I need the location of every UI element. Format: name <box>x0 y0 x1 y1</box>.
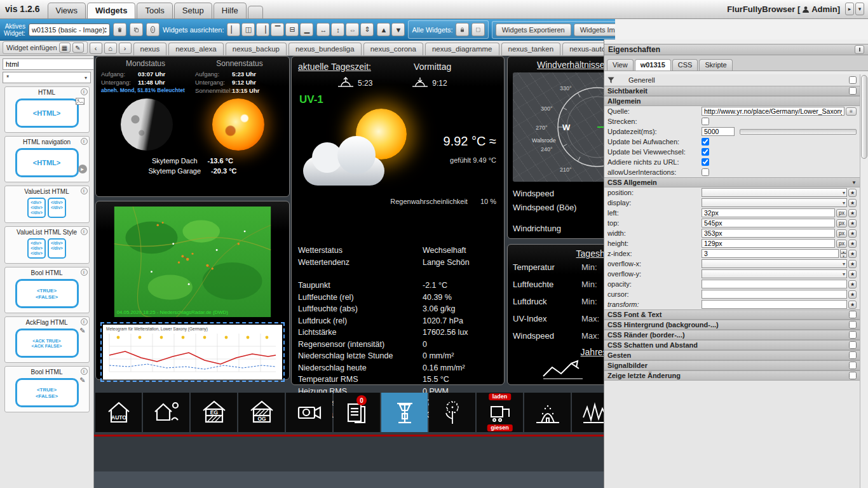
view-tab-nexus-alexa[interactable]: nexus_alexa <box>168 43 224 55</box>
widget-info-button[interactable]: i <box>146 23 159 36</box>
field-default-button[interactable]: ★ <box>848 270 857 278</box>
zindex-input[interactable] <box>702 249 839 258</box>
field-default-button[interactable]: ★ <box>848 189 857 197</box>
width-input[interactable] <box>702 229 835 238</box>
insert-widget-button[interactable]: ▦ <box>59 43 71 53</box>
meteogram-widget-selected[interactable]: Meteogram für Wetterstation, Lower Saxon… <box>103 325 282 379</box>
tile-home-garden[interactable] <box>143 393 189 432</box>
section-checkbox[interactable] <box>849 372 857 379</box>
properties-scrollbar[interactable] <box>860 74 868 488</box>
info-icon[interactable]: i <box>81 187 88 194</box>
next-view-button[interactable]: › <box>119 43 132 54</box>
tab-skripte[interactable]: Skripte <box>699 59 732 71</box>
field-default-button[interactable]: ★ <box>848 209 857 217</box>
unit-button[interactable]: px <box>836 209 847 217</box>
field-default-button[interactable]: ★ <box>848 199 857 207</box>
section-css-background[interactable]: CSS Hintergrund (background-...) <box>604 320 860 330</box>
section-css-common[interactable]: CSS Allgemein ▼ <box>604 177 860 187</box>
view-tab-nexus-bundesliga[interactable]: nexus_bundesliga <box>288 43 362 55</box>
widget-card-ackflag-html[interactable]: AckFlag HTML i ✎ <ACK TRUE><ACK FALSE> <box>4 316 90 363</box>
same-width-button[interactable]: ⇔ <box>346 23 359 36</box>
info-icon[interactable]: i <box>81 138 88 145</box>
align-top-button[interactable]: ▔ <box>271 23 284 36</box>
info-icon[interactable]: i <box>81 228 88 235</box>
section-css-border[interactable]: CSS Ränder (border-...) <box>604 330 860 340</box>
field-default-button[interactable]: ★ <box>848 290 857 299</box>
tab-tools[interactable]: Tools <box>137 3 172 18</box>
visibility-checkbox[interactable] <box>849 87 857 95</box>
widget-card-valuelist-html[interactable]: ValueList HTML i <div></div></div> </div… <box>4 186 90 223</box>
section-checkbox[interactable] <box>849 311 857 318</box>
section-checkbox[interactable] <box>849 321 857 329</box>
field-default-button[interactable]: ★ <box>848 250 857 258</box>
tab-views[interactable]: Views <box>48 3 86 18</box>
source-picker-button[interactable]: ≡ <box>846 107 857 116</box>
section-common[interactable]: Allgemein <box>604 96 860 106</box>
dropdown-button[interactable]: ▾ <box>855 3 864 15</box>
section-checkbox[interactable] <box>849 341 857 349</box>
section-gestures[interactable]: Gesten <box>604 350 860 360</box>
bring-to-front-button[interactable]: ▲ <box>377 23 390 36</box>
tile-home-auto[interactable]: AUTO <box>95 393 142 432</box>
tile-floor-og[interactable]: OG <box>238 393 285 432</box>
overflow-y-select[interactable]: ▾ <box>702 269 847 278</box>
tab-widgets[interactable]: Widgets <box>87 3 135 18</box>
widget-card-valuelist-html-style[interactable]: ValueList HTML Style i <div></div></div>… <box>4 226 90 264</box>
add-nothing-url-checkbox[interactable] <box>702 158 709 166</box>
align-right-button[interactable]: ▕ <box>256 23 269 36</box>
left-input[interactable] <box>702 208 835 217</box>
export-widgets-button[interactable]: Widgets Exportieren <box>496 24 571 36</box>
display-select[interactable]: ▾ <box>702 198 847 207</box>
spin-down-button[interactable]: ▾ <box>840 254 847 258</box>
view-tab-nexus-backup[interactable]: nexus_backup <box>226 43 287 55</box>
info-icon[interactable]: i <box>81 88 88 95</box>
send-to-back-button[interactable]: ▼ <box>391 23 405 36</box>
opacity-input[interactable] <box>702 280 847 288</box>
view-tab-nexus-diagramme[interactable]: nexus_diagramme <box>425 43 499 55</box>
widget-card-bool-html[interactable]: Bool HTML i <TRUE><FALSE> <box>4 267 90 313</box>
field-default-button[interactable]: ★ <box>848 229 857 238</box>
widget-set-select[interactable]: * ▾ <box>3 72 91 83</box>
tab-setup[interactable]: Setup <box>174 3 212 18</box>
tab-stub[interactable] <box>248 6 263 18</box>
tile-irrigation-pump[interactable]: laden giesen <box>477 393 523 432</box>
radar-map-widget[interactable]: 04.05.2020 18:25 - NiederschlagsRadar.de… <box>95 201 290 380</box>
align-left-button[interactable]: ▏ <box>227 23 240 36</box>
unit-button[interactable]: px <box>836 240 847 248</box>
view-tab-nexus-corona[interactable]: nexus_corona <box>363 43 423 55</box>
align-bottom-button[interactable]: ▁ <box>300 23 313 36</box>
section-checkbox[interactable] <box>849 362 857 369</box>
align-center-vertical-button[interactable]: ⊟ <box>285 23 299 36</box>
scroll-right-button[interactable]: ▸ <box>845 3 854 15</box>
tile-plants[interactable] <box>429 393 475 432</box>
section-signal-images[interactable]: Signalbilder <box>604 360 860 370</box>
field-default-button[interactable]: ★ <box>848 240 857 248</box>
lock-widgets-button[interactable] <box>456 23 469 36</box>
view-tab-nexus-tanken[interactable]: nexus_tanken <box>501 43 561 55</box>
widget-card-html-navigation[interactable]: HTML navigation i ▸ <HTML> <box>4 136 90 182</box>
prev-view-button[interactable]: ‹ <box>90 43 102 54</box>
tab-hilfe[interactable]: Hilfe <box>214 3 247 18</box>
tab-widget-id[interactable]: w01315 <box>635 59 671 71</box>
overflow-x-select[interactable]: ▾ <box>702 259 847 268</box>
spin-up-button[interactable]: ▴ <box>840 249 847 254</box>
chevron-down-icon[interactable]: ▼ <box>851 180 857 186</box>
general-checkbox[interactable] <box>849 76 857 84</box>
section-visibility[interactable]: Sichtbarkeit <box>604 86 860 96</box>
distribute-vertical-button[interactable]: ↕ <box>331 23 344 36</box>
tab-css[interactable]: CSS <box>672 59 698 71</box>
active-widget-select[interactable]: w01315 (basic - Image) ▴▾ <box>29 24 110 36</box>
home-view-button[interactable]: ⌂ <box>104 43 117 54</box>
allow-interactions-checkbox[interactable] <box>702 168 709 176</box>
height-input[interactable] <box>702 239 835 248</box>
section-checkbox[interactable] <box>849 331 857 339</box>
weather-detail-widget[interactable]: aktuelle Tageszeit: Vormittag 5:23 <box>291 56 505 385</box>
copy-widget-button[interactable] <box>130 23 143 36</box>
tile-cameras[interactable] <box>286 393 332 432</box>
show-widgets-button[interactable] <box>471 23 485 36</box>
scrollbar-thumb[interactable] <box>861 75 867 159</box>
source-url-input[interactable] <box>702 107 844 116</box>
widget-filter-input[interactable] <box>3 58 94 70</box>
info-icon[interactable]: i <box>81 269 88 276</box>
moon-sun-widget[interactable]: Mondstatus Sonnenstatus Aufgang:03:07 Uh… <box>95 56 290 197</box>
